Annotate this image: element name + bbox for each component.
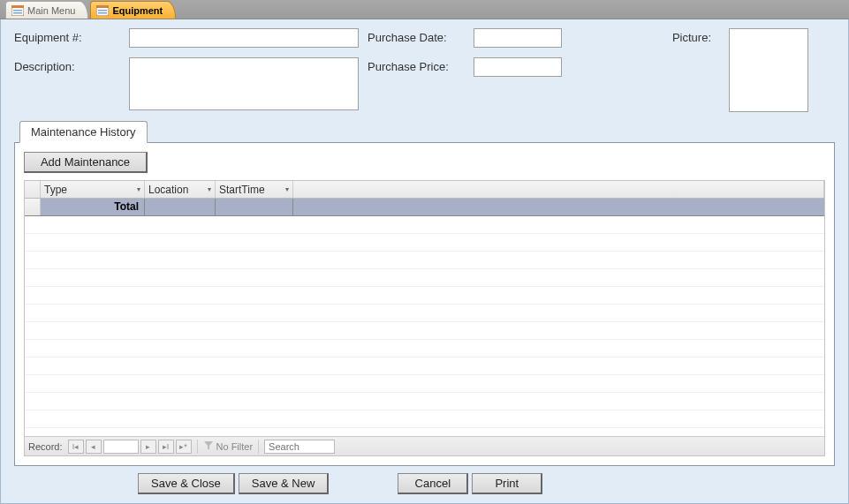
select-all-corner[interactable]: [25, 181, 41, 198]
total-empty-cell: [293, 199, 824, 215]
save-new-button[interactable]: Save & New: [239, 473, 330, 494]
equipment-number-label: Equipment #:: [14, 28, 120, 44]
svg-rect-3: [13, 12, 22, 14]
nav-new-button[interactable]: ▸*: [176, 440, 192, 454]
purchase-price-input[interactable]: [474, 57, 562, 77]
document-tab-bar: Main Menu Equipment: [0, 0, 849, 19]
equipment-number-input[interactable]: [129, 28, 359, 48]
record-navigator: Record: I◂ ◂ ▸ ▸I ▸*: [25, 436, 824, 455]
record-nav-label: Record:: [28, 441, 63, 452]
sub-tab-row: Maintenance History: [19, 121, 835, 143]
picture-box[interactable]: [729, 28, 808, 112]
nav-separator: [258, 440, 259, 454]
column-header-starttime[interactable]: StartTime ▾: [216, 181, 293, 198]
cancel-button[interactable]: Cancel: [398, 473, 468, 494]
chevron-down-icon: ▾: [208, 185, 211, 193]
column-header-location[interactable]: Location ▾: [145, 181, 216, 198]
row-selector[interactable]: [25, 199, 41, 215]
new-record-icon: ▸*: [179, 442, 187, 451]
form-icon: [96, 5, 109, 16]
svg-rect-1: [11, 5, 24, 8]
svg-rect-7: [98, 12, 107, 14]
purchase-price-label: Purchase Price:: [368, 57, 465, 73]
filter-indicator[interactable]: No Filter: [203, 440, 254, 453]
datasheet-total-row: Total: [25, 199, 824, 216]
form-footer-buttons: Save & Close Save & New Cancel Print: [14, 466, 835, 494]
column-header-type[interactable]: Type ▾: [41, 181, 145, 198]
nav-first-button[interactable]: I◂: [68, 440, 84, 454]
nav-prev-button[interactable]: ◂: [86, 440, 102, 454]
svg-rect-6: [98, 10, 107, 11]
form-icon: [11, 5, 24, 16]
add-maintenance-button[interactable]: Add Maintenance: [24, 152, 148, 173]
form-window: Main Menu Equipment Equipment #: Purchas…: [0, 0, 849, 504]
tab-main-menu-label: Main Menu: [27, 5, 75, 16]
svg-rect-2: [13, 10, 22, 11]
total-starttime-cell: [216, 199, 293, 215]
record-search-input[interactable]: [264, 440, 335, 454]
print-button[interactable]: Print: [472, 473, 542, 494]
chevron-down-icon: ▾: [285, 185, 289, 193]
purchase-date-label: Purchase Date:: [368, 28, 465, 44]
datasheet-body[interactable]: [25, 216, 824, 436]
total-location-cell: [145, 199, 216, 215]
record-number-input[interactable]: [103, 440, 139, 454]
top-fields: Equipment #: Purchase Date: Picture: Des…: [14, 28, 835, 112]
nav-separator: [197, 440, 198, 454]
maintenance-datasheet: Type ▾ Location ▾ StartTime ▾ Tota: [24, 180, 825, 456]
column-header-empty: [293, 181, 824, 198]
nav-last-button[interactable]: ▸I: [158, 440, 174, 454]
nav-next-button[interactable]: ▸: [140, 440, 156, 454]
column-header-starttime-label: StartTime: [219, 184, 265, 196]
tab-maintenance-history[interactable]: Maintenance History: [19, 121, 148, 143]
filter-indicator-label: No Filter: [216, 441, 254, 452]
description-input[interactable]: [129, 57, 359, 110]
picture-label: Picture:: [571, 28, 720, 44]
column-header-type-label: Type: [44, 184, 67, 196]
chevron-down-icon: ▾: [137, 185, 140, 193]
last-record-icon: ▸I: [163, 442, 170, 451]
save-close-button[interactable]: Save & Close: [138, 473, 235, 494]
maintenance-subform: Add Maintenance Type ▾ Location ▾ StartT…: [14, 142, 835, 466]
first-record-icon: I◂: [72, 442, 80, 451]
description-label: Description:: [14, 57, 120, 73]
equipment-form-body: Equipment #: Purchase Date: Picture: Des…: [0, 19, 849, 504]
datasheet-header: Type ▾ Location ▾ StartTime ▾: [25, 181, 824, 199]
total-label-cell: Total: [41, 199, 145, 215]
svg-rect-5: [96, 5, 109, 8]
tab-main-menu[interactable]: Main Menu: [5, 1, 88, 19]
column-header-location-label: Location: [148, 184, 188, 196]
next-record-icon: ▸: [146, 442, 150, 451]
purchase-date-input[interactable]: [474, 28, 562, 48]
filter-icon: [203, 440, 214, 453]
tab-equipment[interactable]: Equipment: [90, 1, 176, 19]
tab-equipment-label: Equipment: [112, 5, 163, 16]
prev-record-icon: ◂: [91, 442, 95, 451]
